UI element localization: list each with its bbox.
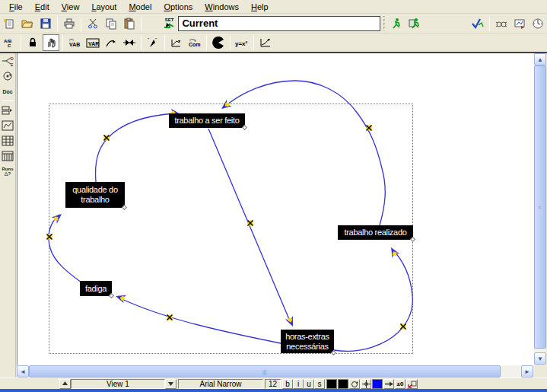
node-label-line: trabalho bbox=[81, 195, 109, 205]
document-tool-icon[interactable]: Doc bbox=[1, 84, 15, 98]
node-horas-extras-necessarias[interactable]: horas-extrasnecessárias bbox=[281, 330, 334, 353]
causal-loop-diagram bbox=[17, 53, 534, 365]
scroll-up-button[interactable]: ▲ bbox=[534, 53, 546, 65]
toolbar-separator bbox=[230, 35, 231, 50]
node-trabalho-realizado[interactable]: trabalho realizado bbox=[338, 225, 413, 240]
node-qualidade-do-trabalho[interactable]: qualidade dotrabalho bbox=[65, 182, 125, 208]
style-b-button[interactable]: b bbox=[282, 379, 293, 389]
edge-handle-trabalho-a-ser-feito-to-horas-extras[interactable] bbox=[248, 221, 253, 226]
rate-tool-icon[interactable] bbox=[121, 34, 138, 51]
style-s-button[interactable]: s bbox=[314, 379, 325, 389]
new-file-button[interactable] bbox=[1, 15, 17, 32]
save-button[interactable] bbox=[37, 15, 54, 32]
scroll-down-button[interactable]: ▼ bbox=[534, 352, 546, 365]
arrowhead-horas-extras-to-fadiga[interactable] bbox=[114, 292, 126, 303]
arrow-tool-icon[interactable] bbox=[103, 34, 119, 51]
edge-qualidade-to-trabalho-a-ser-feito[interactable] bbox=[96, 113, 177, 182]
edge-realizado-to-trabalho-a-ser-feito[interactable] bbox=[223, 81, 385, 225]
runs-compare-tool-icon[interactable]: Runs △? bbox=[1, 164, 15, 178]
check-model-button[interactable] bbox=[469, 15, 486, 32]
variable-tool-icon[interactable]: VAB bbox=[66, 34, 83, 51]
subscript-tool-icon[interactable]: A/BC bbox=[1, 34, 17, 51]
move-size-tool-icon[interactable] bbox=[43, 34, 59, 51]
equations-tool-icon[interactable]: y=x² bbox=[234, 34, 250, 51]
status-bar: View 1 Arial Narrow 12 bius ±0 bbox=[0, 378, 547, 389]
table-tool-icon[interactable] bbox=[1, 134, 15, 148]
polarity-button[interactable]: ±0 bbox=[395, 379, 405, 389]
menu-file[interactable]: File bbox=[3, 1, 29, 13]
menu-windows[interactable]: Windows bbox=[199, 1, 245, 13]
arrowhead-trabalho-a-ser-feito-to-horas-extras[interactable] bbox=[285, 316, 297, 328]
edge-handle-qualidade-to-trabalho-a-ser-feito[interactable] bbox=[104, 135, 110, 141]
menu-model[interactable]: Model bbox=[122, 1, 157, 13]
node-label-line: trabalho realizado bbox=[344, 228, 406, 237]
reality-check-button[interactable] bbox=[493, 15, 510, 32]
toolbar-separator bbox=[81, 16, 81, 31]
style-u-button[interactable]: u bbox=[304, 379, 314, 389]
menu-help[interactable]: Help bbox=[245, 1, 275, 13]
menu-bar: FileEditViewLayoutModelOptionsWindowsHel… bbox=[0, 0, 547, 14]
edge-fadiga-to-qualidade[interactable] bbox=[49, 215, 81, 282]
print-button[interactable] bbox=[61, 15, 78, 32]
text-color-swatch[interactable] bbox=[326, 379, 337, 389]
svg-text:VAB: VAB bbox=[69, 42, 80, 47]
edge-horas-extras-to-fadiga[interactable] bbox=[119, 298, 281, 343]
view-down-button[interactable] bbox=[165, 379, 177, 389]
shape-color-swatch[interactable] bbox=[338, 379, 348, 389]
arrowhead-realizado-to-trabalho-a-ser-feito[interactable] bbox=[219, 100, 232, 113]
view-name-field[interactable]: View 1 bbox=[71, 379, 165, 389]
run-name-input[interactable] bbox=[178, 16, 380, 31]
edge-horas-extras-to-realizado[interactable] bbox=[334, 250, 412, 351]
arrow-style-button[interactable] bbox=[383, 379, 394, 389]
style-i-button[interactable]: i bbox=[293, 379, 304, 389]
edge-handle-realizado-to-trabalho-a-ser-feito[interactable] bbox=[367, 126, 372, 131]
arrow-delay-button[interactable] bbox=[406, 379, 418, 389]
reference-modes-tool-icon[interactable] bbox=[257, 34, 274, 51]
lock-tool-icon[interactable] bbox=[24, 34, 41, 51]
view-up-button[interactable] bbox=[59, 379, 71, 389]
shadow-variable-tool-icon[interactable]: "" bbox=[145, 34, 161, 51]
font-name-field[interactable]: Arial Narrow bbox=[178, 379, 263, 389]
arrow-color-swatch[interactable] bbox=[372, 379, 383, 389]
horizontal-scroll-thumb[interactable]: ||| bbox=[29, 365, 501, 378]
delete-tool-icon[interactable] bbox=[210, 34, 227, 51]
position-marker-button[interactable] bbox=[361, 379, 371, 389]
open-file-button[interactable] bbox=[19, 15, 36, 32]
set-up-simulation-button[interactable]: SET bbox=[161, 15, 177, 32]
edge-handle-horas-extras-to-fadiga[interactable] bbox=[167, 315, 173, 320]
menu-layout[interactable]: Layout bbox=[85, 1, 122, 13]
edge-handle-fadiga-to-qualidade[interactable] bbox=[47, 234, 52, 240]
input-output-tool-icon[interactable] bbox=[168, 34, 185, 51]
node-fadiga[interactable]: fadiga bbox=[80, 281, 112, 296]
cut-button[interactable] bbox=[84, 15, 101, 32]
menu-edit[interactable]: Edit bbox=[29, 1, 56, 13]
loop-marker-button[interactable] bbox=[349, 379, 360, 389]
menu-view[interactable]: View bbox=[56, 1, 86, 13]
graph-tool-icon[interactable] bbox=[1, 119, 15, 132]
causes-tree-tool-icon[interactable]: DE bbox=[1, 54, 15, 68]
synthesim-button[interactable] bbox=[406, 15, 423, 32]
sketch-canvas[interactable]: trabalho a ser feitoqualidade dotrabalho… bbox=[17, 53, 534, 365]
toolbar-separator bbox=[21, 35, 21, 50]
svg-text:E: E bbox=[11, 62, 14, 66]
simulate-button[interactable] bbox=[388, 15, 405, 32]
scroll-left-button[interactable]: ◄ bbox=[17, 365, 29, 378]
node-trabalho-a-ser-feito[interactable]: trabalho a ser feito bbox=[169, 113, 245, 128]
control-panel-button[interactable] bbox=[530, 15, 546, 32]
vertical-scrollbar[interactable]: ▲ ≡ ▼ bbox=[534, 53, 546, 365]
horizontal-scrollbar[interactable]: ◄ ||| ► bbox=[17, 365, 534, 378]
paste-button[interactable] bbox=[121, 15, 138, 32]
comment-tool-icon[interactable]: Com bbox=[186, 34, 203, 51]
loops-tool-icon[interactable] bbox=[1, 69, 15, 83]
copy-button[interactable] bbox=[103, 15, 119, 32]
box-variable-tool-icon[interactable]: VAR bbox=[84, 34, 101, 51]
font-size-field[interactable]: 12 bbox=[265, 379, 281, 389]
scroll-right-button[interactable]: ► bbox=[521, 365, 533, 378]
output-windows-button[interactable] bbox=[511, 15, 528, 32]
menu-options[interactable]: Options bbox=[157, 1, 199, 13]
vertical-scroll-thumb[interactable]: ≡ bbox=[534, 65, 546, 349]
causes-strip-tool-icon[interactable] bbox=[1, 104, 15, 117]
table-time-tool-icon[interactable] bbox=[1, 149, 15, 163]
svg-text:VAR: VAR bbox=[88, 41, 99, 46]
edge-handle-horas-extras-to-realizado[interactable] bbox=[401, 324, 406, 330]
